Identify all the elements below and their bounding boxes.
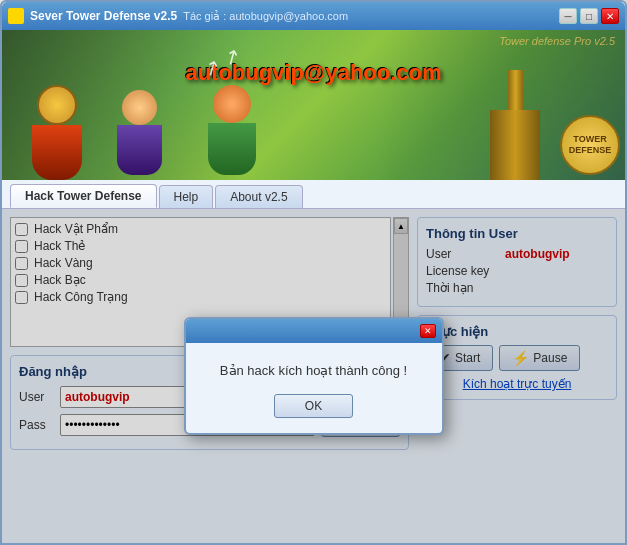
app-icon: [8, 8, 24, 24]
tab-help[interactable]: Help: [159, 185, 214, 208]
tower-badge: TOWERDEFENSE: [560, 115, 620, 175]
tab-hack[interactable]: Hack Tower Defense: [10, 184, 157, 208]
character-1: [22, 85, 92, 180]
titlebar: Sever Tower Defense v2.5 Tác giả : autob…: [2, 2, 625, 30]
close-button[interactable]: ✕: [601, 8, 619, 24]
modal-titlebar: ✕: [186, 319, 442, 343]
window-author: Tác giả : autobugvip@yahoo.com: [183, 10, 348, 23]
modal-message: Bản hack kích hoạt thành công !: [216, 363, 412, 378]
banner-watermark: Tower defense Pro v2.5: [499, 35, 615, 47]
main-content: Hack Vật Phẩm Hack Thẻ Hack Vàng Hack Bạ…: [2, 209, 625, 543]
modal-close-button[interactable]: ✕: [420, 324, 436, 338]
modal-overlay: ✕ Bản hack kích hoạt thành công ! OK: [2, 209, 625, 543]
tabs-bar: Hack Tower Defense Help About v2.5: [2, 180, 625, 209]
tower-structure: [475, 50, 555, 180]
titlebar-buttons: ─ □ ✕: [559, 8, 619, 24]
modal-dialog: ✕ Bản hack kích hoạt thành công ! OK: [184, 317, 444, 435]
titlebar-left: Sever Tower Defense v2.5 Tác giả : autob…: [8, 8, 348, 24]
character-2: [112, 90, 167, 175]
minimize-button[interactable]: ─: [559, 8, 577, 24]
maximize-button[interactable]: □: [580, 8, 598, 24]
main-window: Sever Tower Defense v2.5 Tác giả : autob…: [0, 0, 627, 545]
window-title: Sever Tower Defense v2.5: [30, 9, 177, 23]
tab-about[interactable]: About v2.5: [215, 185, 302, 208]
banner: autobugvip@yahoo.com Tower defense Pro v…: [2, 30, 625, 180]
character-3: [202, 85, 262, 175]
modal-ok-button[interactable]: OK: [274, 394, 353, 418]
modal-body: Bản hack kích hoạt thành công ! OK: [186, 343, 442, 433]
